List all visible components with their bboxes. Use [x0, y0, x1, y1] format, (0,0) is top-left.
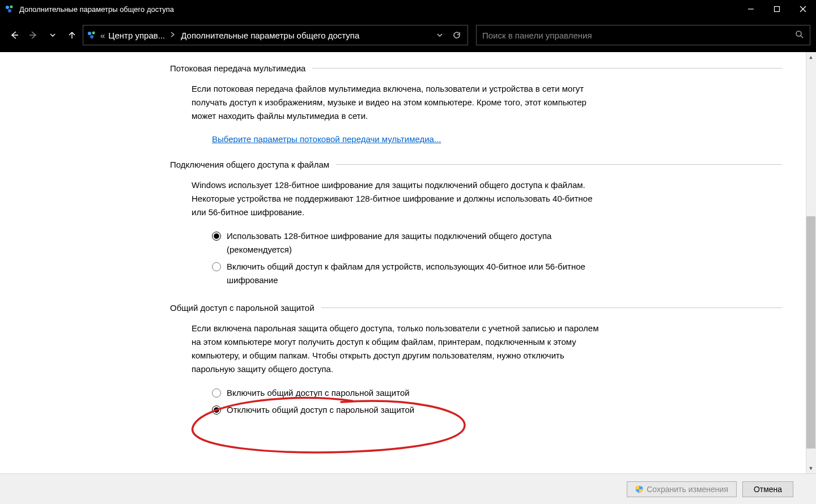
section-password-sharing: Общий доступ с парольной защитой Если вк…	[170, 303, 782, 417]
nav-forward-button[interactable]	[25, 27, 42, 44]
svg-point-9	[88, 32, 91, 35]
section-file-connections: Подключения общего доступа к файлам Wind…	[170, 160, 782, 287]
uac-shield-icon	[635, 485, 643, 493]
scrollbar-up-arrow-icon[interactable]: ▲	[806, 52, 816, 62]
radio-label: Включить общий доступ к файлам для устро…	[227, 260, 601, 287]
radio-label: Включить общий доступ с парольной защито…	[227, 386, 410, 400]
address-breadcrumb[interactable]: « Центр управ... Дополнительные параметр…	[83, 25, 468, 45]
breadcrumb-item-advanced-sharing[interactable]: Дополнительные параметры общего доступа	[181, 31, 359, 40]
window-titlebar: Дополнительные параметры общего доступа	[0, 0, 816, 18]
button-label: Отмена	[754, 485, 782, 494]
svg-point-0	[6, 6, 9, 9]
svg-point-12	[796, 31, 801, 36]
save-changes-button[interactable]: Сохранить изменения	[627, 481, 737, 497]
radio-encryption-128bit[interactable]: Использовать 128-битное шифрование для з…	[212, 229, 601, 257]
section-media-streaming: Потоковая передача мультимедиа Если пото…	[170, 63, 782, 144]
section-divider	[321, 307, 782, 308]
dialog-footer: Сохранить изменения Отмена	[0, 473, 816, 504]
window-close-button[interactable]	[790, 0, 816, 18]
section-title-file-conn: Подключения общего доступа к файлам	[170, 160, 329, 169]
window-title: Дополнительные параметры общего доступа	[19, 5, 174, 14]
content-pane: Потоковая передача мультимедиа Если пото…	[0, 52, 816, 473]
search-box[interactable]	[476, 25, 810, 45]
radio-label: Использовать 128-битное шифрование для з…	[227, 229, 601, 257]
cancel-button[interactable]: Отмена	[742, 481, 793, 497]
scrollbar-down-arrow-icon[interactable]: ▼	[806, 463, 816, 473]
window-minimize-button[interactable]	[738, 0, 764, 18]
section-divider	[336, 164, 782, 165]
breadcrumb-overflow-indicator[interactable]: «	[100, 31, 105, 40]
scrollbar-thumb[interactable]	[806, 216, 815, 449]
breadcrumb-dropdown-button[interactable]	[434, 27, 446, 44]
breadcrumb-app-icon	[87, 30, 97, 40]
svg-point-2	[8, 9, 11, 12]
window-maximize-button[interactable]	[764, 0, 790, 18]
section-divider	[312, 68, 782, 69]
vertical-scrollbar[interactable]: ▲ ▼	[806, 52, 816, 473]
svg-point-1	[10, 6, 13, 8]
nav-back-button[interactable]	[6, 27, 23, 44]
svg-rect-4	[775, 7, 780, 12]
breadcrumb-item-control-center[interactable]: Центр управ...	[108, 31, 165, 40]
search-icon[interactable]	[795, 30, 804, 41]
app-icon	[5, 4, 15, 14]
nav-recent-dropdown[interactable]	[44, 27, 61, 44]
svg-point-11	[90, 35, 94, 39]
radio-input-disable-password[interactable]	[212, 405, 221, 415]
radio-encryption-40-56bit[interactable]: Включить общий доступ к файлам для устро…	[212, 260, 601, 287]
radio-input-40-56bit[interactable]	[212, 262, 221, 271]
radio-disable-password-sharing[interactable]: Отключить общий доступ с парольной защит…	[212, 403, 601, 417]
navigation-bar: « Центр управ... Дополнительные параметр…	[0, 18, 816, 52]
svg-point-10	[92, 32, 95, 35]
chevron-right-icon[interactable]	[168, 32, 177, 39]
radio-input-128bit[interactable]	[212, 232, 221, 241]
radio-label: Отключить общий доступ с парольной защит…	[227, 403, 414, 417]
refresh-button[interactable]	[449, 27, 464, 44]
radio-input-enable-password[interactable]	[212, 388, 221, 398]
button-label: Сохранить изменения	[647, 485, 728, 494]
search-input[interactable]	[482, 31, 795, 40]
media-description: Если потоковая передача файлов мультимед…	[192, 82, 601, 123]
svg-line-13	[801, 36, 803, 38]
file-conn-description: Windows использует 128-битное шифрование…	[192, 178, 601, 219]
media-streaming-settings-link[interactable]: Выберите параметры потоковой передачи му…	[192, 127, 601, 144]
password-description: Если включена парольная защита общего до…	[192, 322, 601, 376]
radio-enable-password-sharing[interactable]: Включить общий доступ с парольной защито…	[212, 386, 601, 400]
section-title-password: Общий доступ с парольной защитой	[170, 303, 314, 313]
nav-up-button[interactable]	[63, 27, 80, 44]
section-title-media: Потоковая передача мультимедиа	[170, 63, 305, 73]
